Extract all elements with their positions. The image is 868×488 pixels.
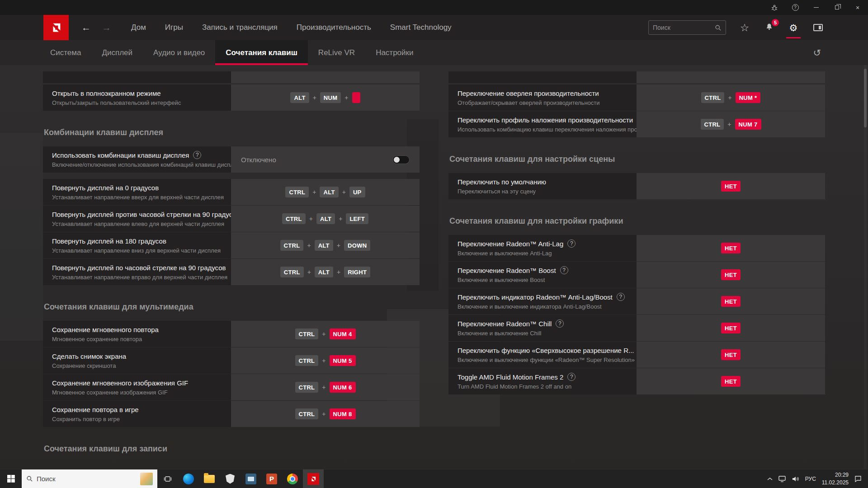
help-icon[interactable]: ? <box>567 373 576 381</box>
help-icon[interactable]: ? <box>567 239 576 248</box>
hotkey-binding-field[interactable]: CTRL + NUM 4 <box>231 321 420 347</box>
clock[interactable]: 20:29 11.02.2025 <box>822 471 849 486</box>
favorites-star-icon[interactable]: ☆ <box>739 23 750 33</box>
plus-separator: + <box>312 188 316 196</box>
row-subtitle: Открыть/закрыть пользовательский интерфе… <box>52 99 225 106</box>
tab-relive-vr[interactable]: ReLive VR <box>308 40 365 65</box>
hotkey-binding-field[interactable]: CTRL + ALT + UP <box>231 179 420 205</box>
settings-gear-icon[interactable]: ⚙ <box>788 23 799 33</box>
clipped-row <box>43 71 420 83</box>
hotkey-binding-field[interactable]: CTRL + NUM * <box>637 84 825 111</box>
hotkey-binding-field[interactable]: CTRL + ALT + DOWN <box>231 232 420 258</box>
start-button[interactable] <box>0 469 22 488</box>
row-subtitle: Включение и выключение индикатора Anti-L… <box>458 303 630 310</box>
no-binding-chip: НЕТ <box>721 349 741 360</box>
key-chip: CTRL <box>295 355 319 366</box>
main-nav: Дом Игры Запись и трансляция Производите… <box>131 23 452 32</box>
amd-logo[interactable] <box>43 15 69 40</box>
file-explorer-icon[interactable] <box>199 469 220 488</box>
hotkey-binding-field[interactable]: НЕТ <box>637 262 825 288</box>
hotkey-binding-field[interactable]: CTRL + NUM 8 <box>231 401 420 427</box>
hotkey-binding-field[interactable]: CTRL + ALT + RIGHT <box>231 259 420 285</box>
hotkey-binding-field[interactable]: CTRL + NUM 7 <box>637 111 825 137</box>
nav-games[interactable]: Игры <box>165 23 183 32</box>
nav-performance[interactable]: Производительность <box>297 23 371 32</box>
task-view-icon[interactable] <box>157 469 178 488</box>
help-icon[interactable]: ? <box>617 293 625 301</box>
language-indicator[interactable]: РУС <box>805 476 816 482</box>
powerpoint-icon[interactable]: P <box>261 469 282 488</box>
edge-icon[interactable] <box>178 469 199 488</box>
help-icon[interactable]: ? <box>556 319 564 328</box>
row-subtitle: Turn AMD Fluid Motion Frames 2 off and o… <box>458 383 630 390</box>
image-viewer-app-icon[interactable] <box>241 469 261 488</box>
restore-defaults-icon[interactable]: ↺ <box>813 40 821 65</box>
header-search[interactable] <box>648 20 726 35</box>
network-icon[interactable] <box>778 476 786 482</box>
hotkey-binding-field[interactable]: CTRL + ALT + LEFT <box>231 206 420 232</box>
action-center-icon[interactable] <box>854 475 862 483</box>
shield-app-icon[interactable] <box>220 469 241 488</box>
bug-report-icon[interactable] <box>764 0 785 15</box>
hotkey-binding-field[interactable]: НЕТ <box>637 288 825 314</box>
hotkey-binding-field[interactable]: CTRL + NUM 5 <box>231 347 420 374</box>
hotkey-binding-field[interactable]: НЕТ <box>637 315 825 341</box>
minimize-icon[interactable] <box>806 0 826 15</box>
tab-system[interactable]: Система <box>40 40 91 65</box>
toggle-state-label: Отключено <box>241 156 276 164</box>
hotkey-binding-field[interactable]: НЕТ <box>637 173 825 199</box>
row-title: Сохранение мгновенного изображения GIF <box>52 379 188 387</box>
hotkey-binding-field[interactable]: НЕТ <box>637 342 825 368</box>
tab-display[interactable]: Дисплей <box>91 40 143 65</box>
key-chip: NUM 6 <box>330 382 356 393</box>
no-binding-chip: НЕТ <box>721 243 741 253</box>
row-label: Переключение оверлея производительности … <box>448 84 637 111</box>
row-title: Переключение оверлея производительности <box>458 89 599 97</box>
hotkey-binding-field[interactable]: ALT + NUM + <box>231 84 420 111</box>
display-hotkeys-toggle[interactable] <box>392 155 410 164</box>
no-binding-chip: НЕТ <box>721 181 741 192</box>
tray-expand-chevron-icon[interactable] <box>767 477 773 481</box>
overlay-panel-icon[interactable] <box>812 23 824 33</box>
taskbar-search[interactable] <box>22 469 157 488</box>
help-icon[interactable]: ? <box>560 266 568 274</box>
nav-record-stream[interactable]: Запись и трансляция <box>202 23 278 32</box>
scrollbar-thumb[interactable] <box>864 69 867 127</box>
tab-preferences[interactable]: Настройки <box>365 40 424 65</box>
row-title: Сохранение повтора в игре <box>52 406 139 413</box>
back-icon[interactable]: ← <box>81 22 91 33</box>
hotkey-row-perf-overlay: Переключение оверлея производительности … <box>448 84 825 111</box>
background-art <box>0 133 43 341</box>
header-search-input[interactable] <box>653 24 715 31</box>
row-subtitle: Переключиться на эту сцену <box>458 188 630 195</box>
help-icon[interactable]: ? <box>193 151 201 159</box>
nav-smart-technology[interactable]: Smart Technology <box>390 23 452 32</box>
key-chip: CTRL <box>295 408 319 419</box>
chrome-icon[interactable] <box>282 469 303 488</box>
restore-icon[interactable] <box>826 0 847 15</box>
amd-software-icon[interactable] <box>303 469 324 488</box>
hotkey-binding-field[interactable]: НЕТ <box>637 368 825 394</box>
minimize-glyph <box>814 7 819 8</box>
hotkeys-content: Открыть в полноэкранном режиме Открыть/з… <box>0 65 868 469</box>
row-label: Переключение Radeon™ Chill ? Включение и… <box>448 315 637 341</box>
search-highlight-thumbnail[interactable] <box>140 473 153 485</box>
close-icon[interactable]: × <box>847 0 868 15</box>
row-title: Toggle AMD Fluid Motion Frames 2 <box>458 373 563 381</box>
volume-icon[interactable] <box>792 476 799 482</box>
no-binding-chip: НЕТ <box>721 376 741 387</box>
row-subtitle: Включение и выключение Anti-Lag <box>458 250 630 257</box>
amd-arrow-glyph <box>49 21 63 34</box>
help-icon[interactable]: ? <box>785 0 806 15</box>
tab-hotkeys[interactable]: Сочетания клавиш <box>215 40 308 65</box>
row-label: Повернуть дисплей против часовой стрелки… <box>43 206 231 232</box>
nav-home[interactable]: Дом <box>131 23 146 32</box>
forward-icon[interactable]: → <box>102 22 111 33</box>
hotkey-binding-field[interactable]: CTRL + NUM 6 <box>231 374 420 400</box>
hotkey-binding-field[interactable]: НЕТ <box>637 235 825 261</box>
taskbar-search-input[interactable] <box>37 475 137 483</box>
amd-glyph <box>307 473 319 485</box>
scrollbar <box>864 65 867 469</box>
notifications-bell-icon[interactable]: 5 <box>763 23 775 33</box>
tab-audio-video[interactable]: Аудио и видео <box>143 40 215 65</box>
